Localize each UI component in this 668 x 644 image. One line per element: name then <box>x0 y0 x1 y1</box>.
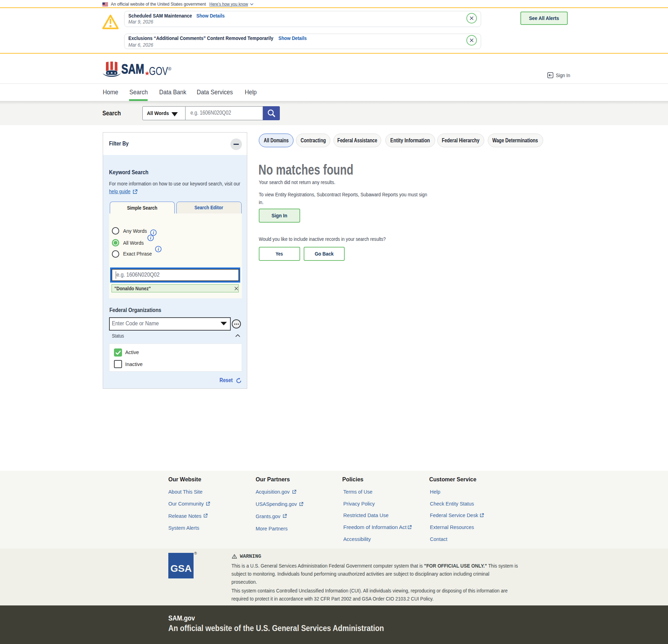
svg-text:i: i <box>150 235 151 240</box>
svg-text:i: i <box>157 246 159 251</box>
